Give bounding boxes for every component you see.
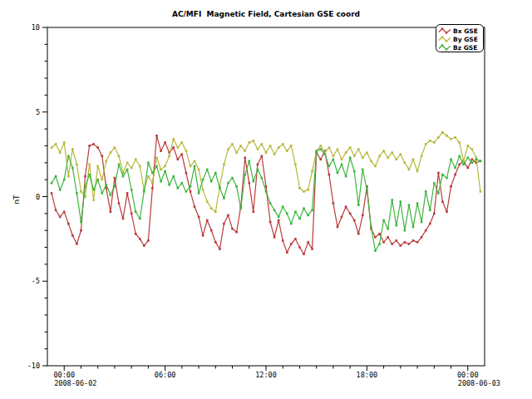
data-point-marker bbox=[76, 192, 78, 195]
data-point-marker bbox=[110, 194, 112, 196]
data-point-marker bbox=[467, 167, 470, 170]
data-point-marker bbox=[235, 231, 238, 234]
data-point-marker bbox=[198, 169, 200, 171]
data-point-marker bbox=[337, 226, 339, 229]
data-point-marker bbox=[412, 226, 415, 229]
data-point-marker bbox=[362, 214, 364, 217]
data-point-marker bbox=[55, 175, 57, 178]
data-point-marker bbox=[450, 185, 452, 188]
data-point-marker bbox=[467, 156, 470, 159]
data-point-marker bbox=[202, 234, 204, 237]
data-point-marker bbox=[378, 155, 381, 157]
data-point-marker bbox=[370, 226, 372, 229]
data-point-marker bbox=[164, 141, 166, 144]
data-point-marker bbox=[437, 136, 440, 139]
data-point-marker bbox=[214, 241, 217, 244]
data-point-marker bbox=[96, 179, 99, 181]
data-point-marker bbox=[92, 143, 95, 145]
data-point-marker bbox=[160, 180, 162, 183]
data-point-marker bbox=[349, 213, 352, 215]
data-point-marker bbox=[257, 169, 259, 171]
data-point-marker bbox=[101, 179, 104, 181]
y-tick-label: -5 bbox=[32, 277, 40, 285]
y-axis-label: nT bbox=[12, 195, 21, 204]
data-point-marker bbox=[391, 243, 393, 245]
data-point-marker bbox=[227, 182, 229, 185]
x-date-label: 2008-06-02 bbox=[54, 379, 96, 387]
data-point-marker bbox=[408, 243, 411, 245]
data-point-marker bbox=[471, 162, 474, 165]
data-point-marker bbox=[441, 174, 444, 176]
data-point-marker bbox=[425, 143, 427, 145]
data-point-marker bbox=[353, 219, 356, 222]
data-point-marker bbox=[177, 187, 180, 190]
data-point-marker bbox=[118, 164, 121, 166]
data-point-marker bbox=[160, 169, 162, 171]
data-point-marker bbox=[122, 218, 125, 220]
data-point-marker bbox=[210, 180, 213, 183]
data-point-marker bbox=[151, 182, 154, 185]
data-point-marker bbox=[63, 179, 66, 181]
data-point-marker bbox=[139, 218, 141, 220]
data-point-marker bbox=[71, 148, 74, 150]
y-tick-label: -10 bbox=[27, 362, 40, 370]
data-point-marker bbox=[396, 224, 398, 227]
data-point-marker bbox=[214, 172, 217, 175]
data-point-marker bbox=[328, 165, 331, 168]
data-point-marker bbox=[155, 165, 158, 168]
x-tick-label: 06:00 bbox=[155, 371, 176, 379]
data-point-marker bbox=[151, 172, 154, 175]
data-point-marker bbox=[239, 145, 242, 147]
data-point-marker bbox=[118, 155, 121, 157]
legend: Bx GSE By GSE Bz GSE bbox=[436, 25, 484, 52]
data-point-marker bbox=[190, 190, 192, 193]
data-point-marker bbox=[311, 170, 313, 173]
data-point-marker bbox=[294, 211, 297, 214]
data-point-marker bbox=[362, 156, 364, 159]
data-point-marker bbox=[337, 172, 339, 175]
data-point-marker bbox=[311, 248, 313, 250]
data-point-marker bbox=[147, 239, 150, 242]
data-point-marker bbox=[471, 148, 474, 150]
data-point-marker bbox=[59, 216, 62, 219]
data-point-marker bbox=[206, 169, 209, 171]
data-point-marker bbox=[219, 187, 221, 190]
data-point-marker bbox=[282, 205, 284, 208]
data-point-marker bbox=[126, 169, 129, 171]
data-point-marker bbox=[408, 204, 411, 206]
data-point-marker bbox=[177, 158, 180, 160]
data-point-marker bbox=[462, 164, 465, 166]
data-point-marker bbox=[273, 153, 276, 155]
data-point-marker bbox=[231, 177, 234, 180]
data-point-marker bbox=[198, 192, 200, 195]
data-point-marker bbox=[421, 155, 423, 157]
data-point-marker bbox=[88, 174, 91, 176]
data-point-marker bbox=[421, 221, 423, 224]
data-point-marker bbox=[131, 167, 133, 170]
data-point-marker bbox=[63, 141, 66, 144]
data-point-marker bbox=[168, 184, 170, 186]
data-point-marker bbox=[92, 189, 95, 191]
data-point-marker bbox=[408, 169, 411, 171]
data-point-marker bbox=[63, 211, 66, 214]
data-point-marker bbox=[370, 160, 372, 163]
data-point-marker bbox=[345, 175, 347, 178]
data-point-marker bbox=[353, 155, 356, 157]
series-line bbox=[52, 132, 480, 212]
data-point-marker bbox=[391, 151, 393, 154]
data-point-marker bbox=[378, 243, 381, 245]
data-point-marker bbox=[139, 165, 141, 168]
data-point-marker bbox=[446, 135, 448, 137]
data-point-marker bbox=[219, 248, 221, 250]
data-point-marker bbox=[135, 233, 137, 235]
data-point-marker bbox=[282, 143, 284, 145]
data-point-marker bbox=[353, 170, 356, 173]
data-point-marker bbox=[298, 218, 301, 220]
data-point-marker bbox=[135, 158, 137, 160]
data-point-marker bbox=[227, 148, 229, 150]
data-point-marker bbox=[110, 151, 112, 154]
data-point-marker bbox=[357, 148, 360, 150]
data-point-marker bbox=[307, 214, 309, 217]
data-point-marker bbox=[265, 185, 268, 188]
data-point-marker bbox=[437, 172, 440, 175]
